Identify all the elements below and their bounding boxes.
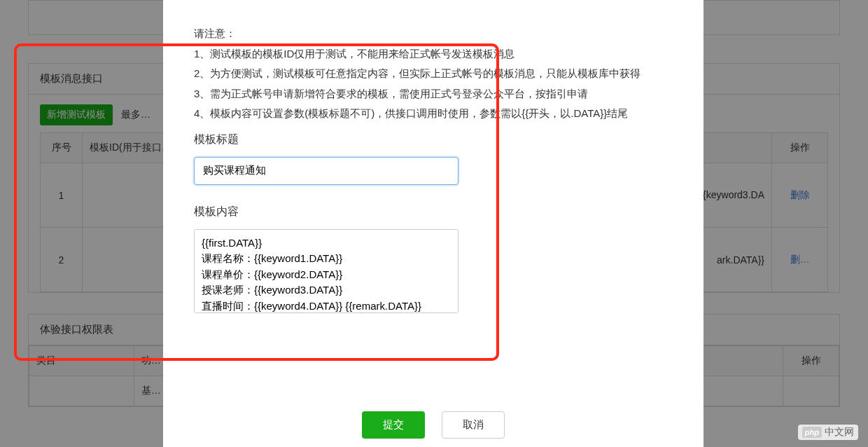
notice-line: 4、模板内容可设置参数(模板标题不可)，供接口调用时使用，参数需以{{开头，以.… xyxy=(194,104,673,124)
watermark-badge: php xyxy=(802,427,822,438)
notice-line: 3、需为正式帐号申请新增符合要求的模板，需使用正式号登录公众平台，按指引申请 xyxy=(194,84,673,104)
cancel-button[interactable]: 取消 xyxy=(442,411,505,439)
watermark-text: 中文网 xyxy=(825,426,854,439)
notice-block: 请注意： 1、测试模板的模板ID仅用于测试，不能用来给正式帐号发送模板消息 2、… xyxy=(194,24,673,124)
submit-button[interactable]: 提交 xyxy=(362,411,425,439)
template-title-input[interactable] xyxy=(194,157,458,185)
modal-actions: 提交 取消 xyxy=(163,411,704,439)
template-modal: 请注意： 1、测试模板的模板ID仅用于测试，不能用来给正式帐号发送模板消息 2、… xyxy=(163,0,704,447)
template-content-textarea[interactable] xyxy=(194,229,458,313)
notice-line: 2、为方便测试，测试模板可任意指定内容，但实际上正式帐号的模板消息，只能从模板库… xyxy=(194,64,673,84)
notice-line: 1、测试模板的模板ID仅用于测试，不能用来给正式帐号发送模板消息 xyxy=(194,44,673,64)
title-label: 模板标题 xyxy=(194,132,673,147)
watermark: php 中文网 xyxy=(798,425,858,440)
content-label: 模板内容 xyxy=(194,205,673,219)
notice-header: 请注意： xyxy=(194,24,673,44)
